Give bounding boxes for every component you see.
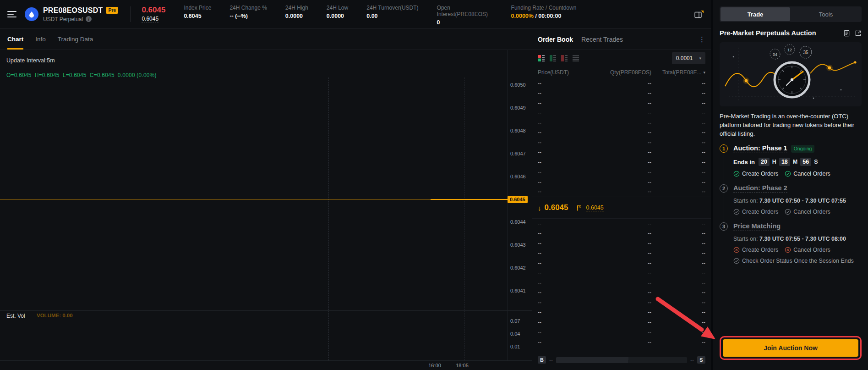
- bid-row[interactable]: ------: [532, 337, 711, 347]
- sell-badge: S: [697, 356, 705, 364]
- sell-total: --: [690, 357, 694, 363]
- tab-order-book[interactable]: Order Book: [538, 36, 573, 43]
- info-icon[interactable]: i: [86, 16, 92, 22]
- ob-cell: --: [538, 139, 601, 146]
- tab-tools[interactable]: Tools: [791, 7, 861, 21]
- step-number: 2: [720, 184, 728, 193]
- ob-cell: --: [601, 240, 651, 247]
- bid-row[interactable]: ------: [532, 258, 711, 268]
- symbol-name[interactable]: PRE08EOSUSDT: [43, 6, 103, 15]
- ask-row[interactable]: ------: [532, 98, 711, 108]
- main-row: Chart Info Trading Data Update Interval:…: [0, 29, 711, 370]
- join-auction-button[interactable]: Join Auction Now: [723, 339, 858, 357]
- ob-cell: --: [601, 230, 651, 237]
- chart-plot[interactable]: Update Interval:5m O=0.6045 H=0.6045 L=0…: [0, 50, 532, 370]
- tab-trading-data[interactable]: Trading Data: [58, 29, 93, 50]
- bid-row[interactable]: ------: [532, 278, 711, 288]
- step-phase-2: 2 Auction: Phase 2 Starts on: 7.30 UTC 0…: [720, 184, 862, 222]
- funding-rate-value: 0.0000%: [511, 13, 534, 19]
- step-title[interactable]: Auction: Phase 1: [733, 144, 787, 153]
- bid-row[interactable]: ------: [532, 238, 711, 249]
- view-bids-icon[interactable]: [549, 55, 557, 62]
- bid-row[interactable]: ------: [532, 219, 711, 229]
- perm-create-orders: Create Orders: [733, 247, 778, 253]
- grid-vline: [464, 77, 464, 360]
- ask-row[interactable]: ------: [532, 138, 711, 148]
- asks-list: ----------------------------------------…: [532, 78, 711, 197]
- ob-cell: --: [601, 120, 651, 126]
- ob-cell: --: [601, 169, 651, 175]
- step-number: 1: [720, 144, 728, 153]
- ob-cell: --: [601, 129, 651, 136]
- ask-row[interactable]: ------: [532, 118, 711, 128]
- view-asks-icon[interactable]: [561, 55, 568, 62]
- status-badge: Ongoing: [791, 145, 815, 153]
- ob-cell: --: [601, 260, 651, 266]
- tab-recent-trades[interactable]: Recent Trades: [581, 36, 623, 43]
- ob-cell: --: [651, 80, 705, 87]
- axis-label: 0.04: [510, 331, 531, 337]
- update-interval: Update Interval:5m: [6, 57, 55, 64]
- ask-row[interactable]: ------: [532, 167, 711, 177]
- bid-row[interactable]: ------: [532, 317, 711, 327]
- stat-24h-high: 24H High 0.0000: [285, 4, 308, 25]
- view-list-icon[interactable]: [572, 55, 579, 62]
- view-both-icon[interactable]: [538, 55, 545, 62]
- ob-cell: --: [651, 100, 705, 106]
- axis-label: 0.6050: [510, 82, 531, 88]
- pre-badge: Pre: [106, 7, 118, 14]
- bid-row[interactable]: ------: [532, 268, 711, 278]
- ask-row[interactable]: ------: [532, 157, 711, 167]
- axis-label: 0.6043: [510, 242, 531, 248]
- ask-row[interactable]: ------: [532, 78, 711, 88]
- divider: [130, 6, 131, 22]
- ask-row[interactable]: ------: [532, 148, 711, 158]
- layout-panel-icon[interactable]: [694, 11, 704, 18]
- orderbook-last-price[interactable]: 0.6045: [545, 203, 568, 212]
- axis-label: 0.6047: [510, 151, 531, 156]
- axis-label: 0.07: [510, 318, 531, 324]
- ob-cell: --: [601, 299, 651, 306]
- axis-label: 0.6048: [510, 128, 531, 133]
- flag-price[interactable]: 0.6045: [586, 204, 604, 211]
- bid-row[interactable]: ------: [532, 327, 711, 337]
- flag-icon[interactable]: [576, 205, 582, 211]
- ask-row[interactable]: ------: [532, 177, 711, 187]
- ask-row[interactable]: ------: [532, 128, 711, 138]
- ask-row[interactable]: ------: [532, 108, 711, 118]
- bid-row[interactable]: ------: [532, 249, 711, 259]
- step-title[interactable]: Price Matching: [733, 222, 781, 231]
- ob-cell: --: [538, 80, 601, 87]
- buy-badge: B: [538, 356, 546, 364]
- bid-row[interactable]: ------: [532, 288, 711, 298]
- ask-row[interactable]: ------: [532, 88, 711, 99]
- ask-row[interactable]: ------: [532, 187, 711, 197]
- ob-cell: --: [538, 270, 601, 276]
- ob-cell: --: [651, 240, 705, 247]
- orderbook-columns: Price(USDT) Qty(PRE08EOS) Total(PRE08E..…: [532, 66, 711, 78]
- ob-cell: --: [651, 90, 705, 96]
- bid-row[interactable]: ------: [532, 308, 711, 318]
- more-options-icon[interactable]: ⋮: [699, 35, 705, 44]
- col-total[interactable]: Total(PRE08E...▾: [651, 69, 705, 76]
- menu-icon[interactable]: [7, 11, 16, 17]
- tab-info[interactable]: Info: [35, 29, 46, 50]
- external-link-icon[interactable]: [855, 30, 862, 37]
- ob-cell: --: [538, 260, 601, 266]
- buy-sell-ratio-bar[interactable]: [556, 357, 687, 363]
- ob-cell: --: [538, 110, 601, 116]
- bid-row[interactable]: ------: [532, 298, 711, 308]
- ob-cell: --: [651, 139, 705, 146]
- countdown-hours: 20: [759, 158, 770, 166]
- bid-row[interactable]: ------: [532, 229, 711, 239]
- x-circle-icon: [733, 247, 740, 253]
- tab-chart[interactable]: Chart: [7, 29, 23, 50]
- tick-size-select[interactable]: 0.0001 ▾: [672, 52, 705, 64]
- orderbook-tools: 0.0001 ▾: [532, 50, 711, 66]
- document-icon[interactable]: [843, 30, 850, 37]
- ob-cell: --: [601, 179, 651, 185]
- tab-trade[interactable]: Trade: [721, 7, 790, 21]
- step-title[interactable]: Auction: Phase 2: [733, 184, 787, 193]
- ob-cell: --: [651, 230, 705, 237]
- ob-cell: --: [651, 339, 705, 345]
